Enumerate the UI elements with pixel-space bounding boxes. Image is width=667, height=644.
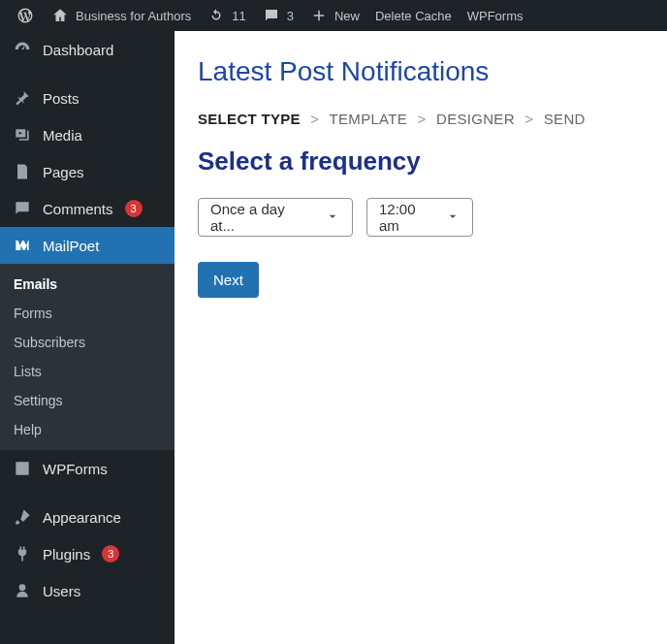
pages-icon	[12, 161, 33, 182]
sidebar-item-posts[interactable]: Posts	[0, 80, 175, 116]
section-heading: Select a frequency	[198, 146, 644, 177]
site-home[interactable]: Business for Authors	[43, 0, 199, 31]
wpforms-adminbar-label: WPForms	[467, 9, 524, 23]
sidebar-item-mailpoet[interactable]: MailPoet	[0, 227, 175, 264]
user-icon	[12, 580, 33, 601]
next-button[interactable]: Next	[198, 262, 259, 298]
dashboard-icon	[12, 39, 33, 60]
breadcrumb-sep: >	[310, 111, 319, 127]
frequency-select[interactable]: Once a day at...	[198, 198, 353, 237]
submenu-lists[interactable]: Lists	[0, 357, 175, 386]
pin-icon	[12, 87, 33, 109]
sidebar-item-label: WPForms	[43, 461, 108, 477]
wp-logo[interactable]	[8, 0, 43, 31]
new-item[interactable]: New	[302, 0, 367, 31]
submenu-label: Emails	[14, 276, 57, 292]
home-icon	[50, 6, 70, 25]
mailpoet-icon	[12, 235, 33, 256]
breadcrumb-step-send[interactable]: SEND	[544, 111, 586, 127]
comments-badge: 3	[125, 200, 143, 217]
admin-bar: Business for Authors 11 3 New Delete Cac…	[0, 0, 667, 31]
breadcrumb-step-select-type[interactable]: SELECT TYPE	[198, 111, 301, 127]
submenu-label: Lists	[14, 364, 42, 379]
frequency-controls: Once a day at... 12:00 am	[198, 198, 644, 237]
submenu-label: Help	[14, 422, 42, 437]
submenu-label: Forms	[14, 306, 52, 321]
sidebar-item-label: Posts	[43, 90, 79, 107]
sidebar-item-dashboard[interactable]: Dashboard	[0, 31, 175, 68]
chevron-down-icon	[445, 209, 461, 227]
brush-icon	[12, 506, 33, 528]
sidebar-item-media[interactable]: Media	[0, 116, 175, 153]
sidebar-item-plugins[interactable]: Plugins 3	[0, 535, 175, 572]
media-icon	[12, 124, 33, 145]
comments-count: 3	[287, 9, 294, 23]
updates-count: 11	[232, 9, 245, 23]
plugins-badge: 3	[102, 545, 119, 563]
sidebar-item-comments[interactable]: Comments 3	[0, 190, 175, 227]
comments-item[interactable]: 3	[254, 0, 302, 31]
page-title: Latest Post Notifications	[198, 56, 644, 87]
refresh-icon	[206, 6, 226, 25]
comment-icon	[12, 198, 33, 219]
admin-sidebar: Dashboard Posts Media Pages Commen	[0, 31, 175, 644]
wpforms-adminbar-item[interactable]: WPForms	[460, 0, 531, 31]
new-label: New	[334, 9, 360, 23]
submenu-forms[interactable]: Forms	[0, 299, 175, 328]
updates-item[interactable]: 11	[199, 0, 253, 31]
wizard-breadcrumb: SELECT TYPE > TEMPLATE > DESIGNER > SEND	[198, 111, 644, 127]
delete-cache-label: Delete Cache	[375, 9, 452, 23]
sidebar-item-appearance[interactable]: Appearance	[0, 499, 175, 535]
site-name: Business for Authors	[76, 9, 191, 23]
submenu-label: Settings	[14, 393, 63, 408]
mailpoet-submenu: Emails Forms Subscribers Lists Settings …	[0, 264, 175, 450]
delete-cache-item[interactable]: Delete Cache	[367, 0, 460, 31]
sidebar-item-label: Dashboard	[43, 42, 113, 58]
submenu-label: Subscribers	[14, 335, 85, 350]
time-select[interactable]: 12:00 am	[366, 198, 473, 237]
sidebar-item-label: Appearance	[43, 509, 121, 526]
sidebar-item-users[interactable]: Users	[0, 572, 175, 609]
breadcrumb-sep: >	[524, 111, 533, 127]
comment-icon	[262, 6, 281, 25]
submenu-help[interactable]: Help	[0, 415, 175, 444]
sidebar-item-label: Media	[43, 127, 82, 144]
breadcrumb-step-template[interactable]: TEMPLATE	[330, 111, 407, 127]
plus-icon	[309, 6, 329, 25]
sidebar-item-label: Pages	[43, 164, 84, 180]
sidebar-item-label: MailPoet	[43, 238, 99, 254]
main-content: Latest Post Notifications SELECT TYPE > …	[175, 31, 667, 644]
breadcrumb-step-designer[interactable]: DESIGNER	[436, 111, 515, 127]
sidebar-item-wpforms[interactable]: WPForms	[0, 450, 175, 487]
sidebar-item-label: Users	[43, 583, 80, 599]
breadcrumb-sep: >	[418, 111, 427, 127]
time-value: 12:00 am	[379, 201, 428, 234]
sidebar-item-label: Plugins	[43, 546, 90, 563]
form-icon	[12, 458, 33, 479]
sidebar-item-label: Comments	[43, 201, 113, 217]
sidebar-item-pages[interactable]: Pages	[0, 153, 175, 190]
plug-icon	[12, 543, 33, 564]
submenu-emails[interactable]: Emails	[0, 270, 175, 299]
chevron-down-icon	[325, 209, 340, 227]
frequency-value: Once a day at...	[210, 201, 307, 234]
submenu-subscribers[interactable]: Subscribers	[0, 328, 175, 357]
wordpress-icon	[16, 6, 35, 25]
submenu-settings[interactable]: Settings	[0, 386, 175, 415]
